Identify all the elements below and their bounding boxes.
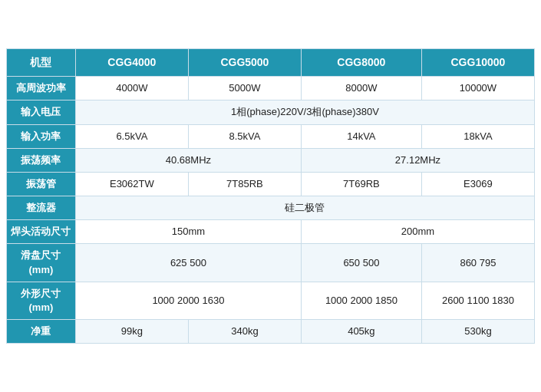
row-label: 输入功率 <box>7 124 76 148</box>
data-cell-right: 860 795 <box>421 244 534 282</box>
data-cell: 405kg <box>301 320 421 344</box>
data-cell-right: 27.12MHz <box>301 148 534 172</box>
data-cell: 10000W <box>421 77 534 100</box>
data-cell-left: 625 500 <box>75 244 301 282</box>
data-cell: E3062TW <box>75 172 188 196</box>
data-cell: 7T85RB <box>188 172 301 196</box>
data-cell: E3069 <box>421 172 534 196</box>
header-cgg10000: CGG10000 <box>421 48 534 77</box>
row-label: 振荡频率 <box>7 148 76 172</box>
data-cell: 8000W <box>301 77 421 100</box>
data-cell: 4000W <box>75 77 188 100</box>
header-cgg4000: CGG4000 <box>75 48 188 77</box>
data-cell: 14kVA <box>301 124 421 148</box>
data-cell: 6.5kVA <box>75 124 188 148</box>
data-cell: 340kg <box>188 320 301 344</box>
row-label: 滑盘尺寸(mm) <box>7 244 76 282</box>
header-cgg8000: CGG8000 <box>301 48 421 77</box>
data-cell-right: 2600 1100 1830 <box>421 282 534 319</box>
row-label: 振荡管 <box>7 172 76 196</box>
data-cell: 7T69RB <box>301 172 421 196</box>
data-cell-left: 40.68MHz <box>75 148 301 172</box>
data-cell: 5000W <box>188 77 301 100</box>
row-label: 输入电压 <box>7 100 76 124</box>
row-label: 高周波功率 <box>7 77 76 100</box>
header-model: 机型 <box>7 48 76 77</box>
row-label: 焊头活动尺寸 <box>7 220 76 244</box>
data-cell: 18kVA <box>421 124 534 148</box>
data-cell-mid: 1000 2000 1850 <box>301 282 421 319</box>
data-cell-left: 1000 2000 1630 <box>75 282 301 319</box>
data-cell-left: 150mm <box>75 220 301 244</box>
data-cell-span: 1相(phase)220V/3相(phase)380V <box>75 100 534 124</box>
data-cell-mid: 650 500 <box>301 244 421 282</box>
data-cell-right: 200mm <box>301 220 534 244</box>
row-label: 净重 <box>7 320 76 344</box>
row-label: 整流器 <box>7 196 76 220</box>
data-cell: 99kg <box>75 320 188 344</box>
spec-table: 机型 CGG4000 CGG5000 CGG8000 CGG10000 高周波功… <box>6 48 535 344</box>
data-cell: 8.5kVA <box>188 124 301 148</box>
data-cell: 530kg <box>421 320 534 344</box>
row-label: 外形尺寸(mm) <box>7 282 76 319</box>
header-cgg5000: CGG5000 <box>188 48 301 77</box>
data-cell-span: 硅二极管 <box>75 196 534 220</box>
